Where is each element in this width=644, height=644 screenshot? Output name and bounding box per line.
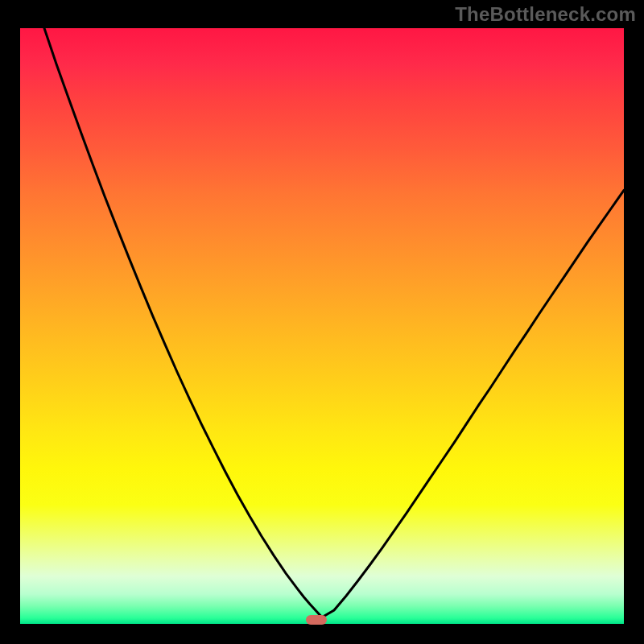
- optimal-point-marker: [306, 615, 327, 625]
- bottleneck-curve: [20, 28, 624, 624]
- plot-area: [20, 28, 624, 624]
- watermark-label: TheBottleneck.com: [455, 3, 636, 26]
